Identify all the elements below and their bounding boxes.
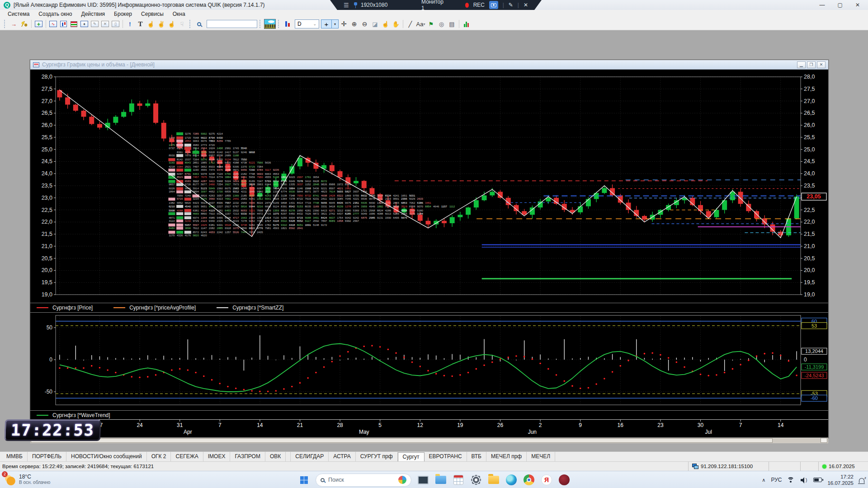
trend-line-icon[interactable]: ╱ (405, 19, 415, 29)
start-button[interactable] (298, 474, 310, 486)
chart-close-button[interactable]: ✕ (817, 61, 826, 68)
chart-minimize-button[interactable]: ▁ (797, 61, 806, 68)
hand-raised-icon[interactable]: ☝ (166, 19, 177, 29)
quotes-table-icon[interactable] (69, 19, 79, 29)
sheet-tab-2[interactable]: НОВОСТИ/Окно сообщений (66, 452, 147, 461)
recorder-menu-icon[interactable]: ☰ (344, 2, 349, 9)
text-tool-icon[interactable]: T (135, 19, 146, 29)
grab-tool-icon[interactable]: ✋ (391, 19, 401, 29)
menu-1[interactable]: Создать окно (34, 10, 76, 18)
alarm-table-icon[interactable]: ♦ (79, 19, 90, 29)
screenshot-button[interactable] (489, 1, 498, 9)
sheet-tab-14[interactable]: МЕЧЕЛ прф (486, 452, 527, 461)
pan-move-icon[interactable]: ✛ (339, 19, 349, 29)
exchange-building-icon[interactable] (264, 19, 276, 29)
notification-bell-icon[interactable]: z (859, 478, 864, 483)
eraser-icon[interactable]: ◪ (370, 19, 380, 29)
chart-scrollbar[interactable] (30, 437, 828, 443)
sheet-tab-8[interactable]: СЕЛИГДАР (290, 452, 329, 461)
app-icon-edge[interactable] (505, 474, 517, 486)
sheet-tab-5[interactable]: IMOEX (203, 452, 231, 461)
sheet-tab-3[interactable]: ОГК 2 (147, 452, 171, 461)
copy-table-icon[interactable]: ▯ (110, 19, 121, 29)
toolbar-grip[interactable] (278, 20, 280, 28)
price-chart[interactable]: 3276728559929275421411581715704866228794… (30, 70, 828, 301)
volume-chart-icon[interactable] (461, 19, 472, 29)
hand-point-two-icon[interactable]: ✌ (156, 19, 166, 29)
taskbar-search[interactable]: Поиск (316, 474, 411, 487)
hand-point-down-icon[interactable]: ☟ (177, 19, 187, 29)
menu-4[interactable]: Сервисы (137, 10, 168, 18)
sheet-tab-0[interactable]: ММВБ (2, 452, 28, 461)
sheet-tab-10[interactable]: СУРГУТ прф (356, 452, 398, 461)
sheet-tab-12[interactable]: ЕВРОТРАНС (425, 452, 467, 461)
app-icon-yandex[interactable]: Я (541, 474, 552, 486)
zoom-out-icon[interactable]: ⊖ (359, 19, 370, 29)
edit-table-icon[interactable]: ✎ (90, 19, 100, 29)
hand-point-up-icon[interactable]: ☝ (146, 19, 156, 29)
sheet-tab-1[interactable]: ПОРТФЕЛЬ (28, 452, 66, 461)
scrollbar-thumb[interactable] (31, 438, 773, 443)
close-table-icon[interactable]: ✕ (100, 19, 110, 29)
menu-2[interactable]: Действия (77, 10, 109, 18)
visibility-icon[interactable]: ◎ (436, 19, 447, 29)
recorder-close-icon[interactable]: ✕ (524, 2, 528, 8)
sheet-tab-15[interactable]: МЕЧЕЛ (527, 452, 555, 461)
app-maximize-button[interactable]: ▢ (838, 2, 843, 8)
marker-flag-icon[interactable]: ⚑ (426, 19, 436, 29)
volume-icon[interactable]: ) (801, 477, 808, 483)
sheet-tab-6[interactable]: ГАЗПРОМ (230, 452, 265, 461)
search-icon[interactable] (194, 19, 204, 29)
weather-widget[interactable]: 2 18°C В осн. облачно (4, 473, 50, 485)
menu-0[interactable]: Система (4, 10, 33, 18)
new-window-icon[interactable]: + (33, 19, 44, 29)
info-icon[interactable]: ! (125, 19, 135, 29)
sheet-tab-4[interactable]: СЕГЕЖА (171, 452, 203, 461)
language-indicator[interactable]: РУС (771, 477, 782, 483)
chart-window[interactable]: Сургнфгз График цены и объёма - [Дневной… (30, 60, 829, 438)
sheet-tab-7[interactable]: ОВК (265, 452, 286, 461)
wifi-icon[interactable] (787, 477, 795, 483)
indicator-icon[interactable] (283, 19, 293, 29)
sheet-tab-13[interactable]: ВТБ (467, 452, 486, 461)
app-icon-chrome[interactable] (523, 474, 535, 486)
scrollbar-end-box[interactable] (821, 438, 827, 443)
app-icon-picture[interactable] (417, 474, 429, 486)
text-style-icon[interactable]: Aa▾ (415, 19, 426, 29)
sheet-tab-11[interactable]: Сургут (398, 452, 425, 461)
toolbar-grip[interactable] (259, 20, 262, 28)
toolbar-grip[interactable] (4, 20, 6, 28)
wavetrend-chart[interactable]: 500-500605313,2044-11,3199-24,5243-53-60 (30, 313, 828, 408)
app-minimize-button[interactable]: — (820, 2, 825, 8)
sheet-tab-9[interactable]: АСТРА (329, 452, 356, 461)
interval-select[interactable]: D⌄ (295, 19, 319, 28)
app-close-button[interactable]: ✕ (855, 2, 860, 8)
new-candle-chart-icon[interactable] (58, 19, 69, 29)
tray-expand-icon[interactable]: ∧ (762, 477, 765, 483)
menu-3[interactable]: Брокер (110, 10, 136, 18)
toolbar-grip[interactable] (189, 20, 192, 28)
chart-window-titlebar[interactable]: Сургнфгз График цены и объёма - [Дневной… (30, 60, 828, 70)
hand-tool-icon[interactable]: ☝ (380, 19, 391, 29)
keys-icon[interactable] (19, 19, 29, 29)
recorder-monitor[interactable]: Монитор 1 (421, 0, 443, 11)
app-icon-opera[interactable] (558, 474, 570, 486)
add-series-dropdown[interactable]: ▾ (332, 19, 339, 28)
app-icon-settings-gear[interactable] (470, 474, 482, 486)
app-icon-folder[interactable] (488, 474, 500, 486)
connect-icon[interactable]: → (9, 19, 19, 29)
battery-icon[interactable] (813, 478, 822, 482)
zoom-in-icon[interactable]: ⊕ (349, 19, 359, 29)
app-icon-file-explorer[interactable] (435, 474, 447, 486)
annotate-pencil-icon[interactable]: ✎ (509, 2, 513, 8)
new-chart-icon[interactable]: ∿ (48, 19, 58, 29)
chart-maximize-button[interactable]: ❐ (807, 61, 816, 68)
add-series-button[interactable]: + (321, 19, 332, 28)
date-axis[interactable]: 101724317142128512192629162330714AprMayJ… (30, 419, 828, 436)
tray-clock[interactable]: 17:22 16.07.2025 (827, 474, 854, 487)
pin-icon[interactable] (354, 2, 356, 8)
toolbar-search-input[interactable] (207, 20, 257, 28)
menu-5[interactable]: Окна (169, 10, 189, 18)
app-icon-table[interactable] (453, 474, 464, 486)
layers-icon[interactable]: ▤ (447, 19, 457, 29)
